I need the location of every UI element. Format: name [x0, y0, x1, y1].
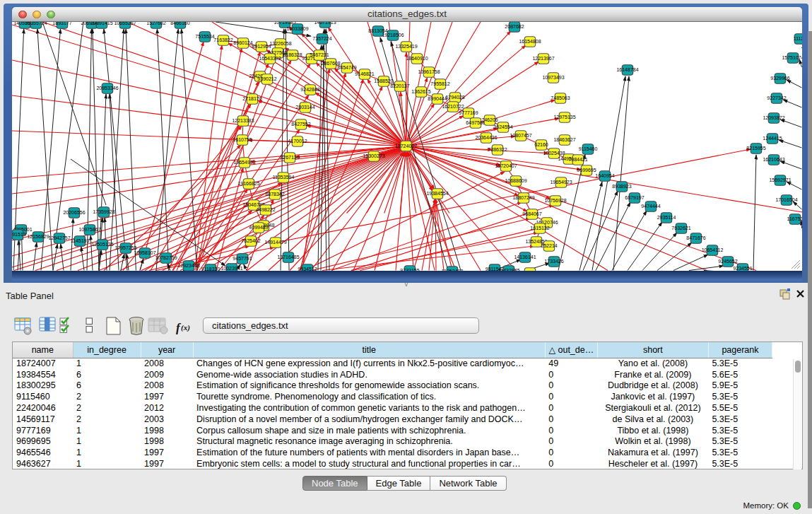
svg-text:10782759: 10782759 — [155, 255, 177, 260]
svg-text:8454749: 8454749 — [337, 65, 356, 70]
svg-text:3624554: 3624554 — [493, 124, 512, 129]
svg-text:391513: 391513 — [12, 232, 26, 237]
svg-text:12975135: 12975135 — [553, 115, 575, 119]
svg-text:14914479: 14914479 — [264, 240, 286, 245]
svg-text:19654933: 19654933 — [233, 160, 255, 165]
svg-text:9390212: 9390212 — [257, 76, 276, 81]
svg-text:9457791: 9457791 — [233, 256, 252, 261]
svg-text:7984421: 7984421 — [568, 157, 587, 162]
svg-text:16154808: 16154808 — [519, 39, 541, 44]
svg-text:4498222: 4498222 — [256, 207, 275, 212]
svg-text:13325419: 13325419 — [395, 44, 417, 49]
svg-text:16543392: 16543392 — [259, 56, 281, 61]
svg-text:8215955: 8215955 — [746, 146, 765, 151]
svg-text:2718170: 2718170 — [242, 96, 261, 101]
svg-text:8427552: 8427552 — [291, 122, 310, 127]
svg-text:15300273: 15300273 — [363, 153, 384, 158]
svg-text:12505135: 12505135 — [91, 242, 113, 247]
svg-text:6879197: 6879197 — [625, 195, 644, 200]
svg-text:8990444: 8990444 — [428, 96, 447, 101]
svg-text:8267130: 8267130 — [280, 155, 299, 160]
svg-text:8938923: 8938923 — [612, 184, 631, 189]
svg-text:18724007: 18724007 — [395, 144, 417, 148]
svg-text:12942757: 12942757 — [48, 235, 70, 240]
svg-text:7625402: 7625402 — [241, 238, 260, 243]
svg-text:18463627: 18463627 — [553, 137, 575, 142]
svg-text:62160: 62160 — [534, 142, 548, 147]
svg-text:15692971: 15692971 — [769, 177, 791, 182]
svg-text:1615132: 1615132 — [530, 226, 549, 230]
svg-text:4170012: 4170012 — [288, 139, 307, 144]
svg-text:16210643: 16210643 — [763, 157, 784, 162]
svg-text:7955812: 7955812 — [430, 81, 449, 86]
svg-text:9684067: 9684067 — [522, 211, 541, 216]
svg-text:10025438: 10025438 — [543, 151, 565, 156]
svg-text:8960124: 8960124 — [233, 40, 252, 45]
svg-text:12093872: 12093872 — [763, 115, 784, 120]
svg-text:20364436: 20364436 — [475, 135, 497, 140]
svg-text:13716485: 13716485 — [277, 255, 299, 259]
svg-text:10961758: 10961758 — [418, 69, 440, 74]
svg-text:8878342: 8878342 — [265, 192, 284, 197]
svg-text:1640954: 1640954 — [595, 173, 614, 178]
svg-text:10655267: 10655267 — [114, 22, 136, 25]
svg-text:8186328: 8186328 — [283, 52, 302, 57]
svg-text:1145193: 1145193 — [71, 238, 90, 243]
svg-text:20953346: 20953346 — [96, 86, 118, 90]
svg-text:7485063: 7485063 — [551, 95, 570, 100]
svg-text:10654112: 10654112 — [702, 247, 724, 252]
svg-text:18807249: 18807249 — [512, 195, 534, 200]
svg-text:11123: 11123 — [794, 36, 802, 41]
svg-text:8471676: 8471676 — [686, 235, 705, 240]
svg-text:1527602: 1527602 — [146, 22, 165, 25]
svg-text:(x): (x) — [181, 323, 190, 332]
svg-text:16148784: 16148784 — [616, 67, 638, 72]
svg-text:9242848: 9242848 — [300, 87, 319, 92]
svg-text:16210722: 16210722 — [442, 104, 464, 109]
svg-text:6794028: 6794028 — [445, 95, 464, 100]
svg-text:1362615: 1362615 — [411, 89, 430, 94]
svg-text:7163822: 7163822 — [213, 37, 233, 42]
svg-text:12213383: 12213383 — [232, 118, 254, 123]
svg-text:19166825: 19166825 — [237, 181, 259, 186]
svg-text:746206: 746206 — [481, 117, 498, 122]
svg-text:19218506: 19218506 — [382, 33, 404, 37]
svg-text:9245652: 9245652 — [718, 259, 737, 264]
svg-text:19384554: 19384554 — [426, 191, 448, 196]
svg-text:20355724: 20355724 — [25, 22, 47, 25]
svg-text:17957255: 17957255 — [114, 245, 136, 250]
svg-text:14671913: 14671913 — [314, 22, 336, 25]
svg-text:1588520: 1588520 — [374, 78, 393, 83]
svg-text:116753: 116753 — [787, 216, 802, 221]
svg-text:10756928: 10756928 — [544, 198, 566, 203]
svg-text:9146821: 9146821 — [355, 71, 374, 76]
svg-text:9777169: 9777169 — [459, 110, 478, 115]
svg-text:9474444: 9474444 — [641, 204, 660, 209]
svg-text:14136141: 14136141 — [514, 255, 536, 259]
svg-text:12213967: 12213967 — [532, 56, 554, 61]
svg-text:10958107: 10958107 — [134, 250, 155, 255]
svg-text:15720407: 15720407 — [495, 163, 517, 168]
svg-text:10975867: 10975867 — [78, 227, 100, 232]
svg-text:8466160: 8466160 — [170, 22, 189, 25]
svg-text:8220137: 8220137 — [390, 83, 409, 88]
svg-text:4099489: 4099489 — [249, 225, 268, 230]
svg-text:1733426: 1733426 — [544, 259, 563, 264]
svg-text:20206556: 20206556 — [63, 210, 85, 215]
svg-text:13226058: 13226058 — [269, 41, 291, 46]
svg-text:18640910: 18640910 — [406, 56, 428, 61]
svg-text:7357224: 7357224 — [312, 36, 331, 41]
svg-text:7632621: 7632621 — [671, 226, 690, 230]
svg-text:20891415: 20891415 — [90, 22, 112, 25]
svg-text:7515534: 7515534 — [195, 34, 214, 39]
svg-text:19654923: 19654923 — [550, 180, 572, 185]
svg-text:16033809: 16033809 — [286, 26, 308, 31]
svg-text:9329966: 9329966 — [770, 76, 789, 81]
svg-text:10688609: 10688609 — [505, 178, 526, 183]
svg-text:10973493: 10973493 — [542, 75, 564, 80]
svg-text:11353594: 11353594 — [273, 175, 295, 180]
svg-text:9227342: 9227342 — [767, 95, 786, 100]
svg-text:10807457: 10807457 — [510, 133, 531, 138]
svg-text:9115460: 9115460 — [579, 146, 598, 151]
svg-text:1244415: 1244415 — [763, 136, 782, 141]
